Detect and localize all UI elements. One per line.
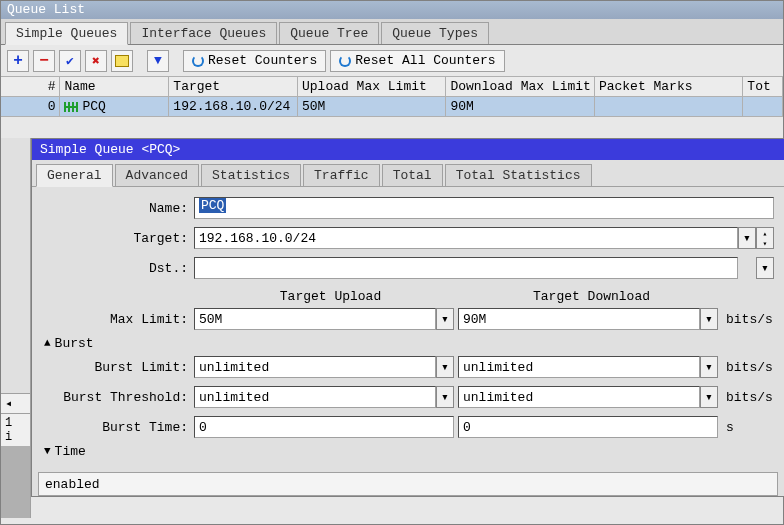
left-strip: ◂ 1 i (1, 138, 31, 518)
max-limit-upload-dropdown[interactable]: ▾ (436, 308, 454, 330)
target-dropdown[interactable]: ▾ (738, 227, 756, 249)
funnel-icon: ▼ (154, 53, 162, 68)
unit-bits-s: bits/s (722, 390, 774, 405)
note-icon (115, 55, 129, 67)
chevron-up-icon: ▴ (757, 228, 773, 238)
cell-download: 90M (446, 97, 594, 116)
target-updown[interactable]: ▴▾ (756, 227, 774, 249)
label-burst-threshold: Burst Threshold: (38, 390, 194, 405)
label-dst: Dst.: (38, 261, 194, 276)
tab-total[interactable]: Total (382, 164, 443, 186)
col-upload-max-limit[interactable]: Upload Max Limit (298, 77, 446, 96)
left-strip-b: 1 i (1, 413, 30, 446)
plus-icon: + (13, 52, 23, 70)
label-max-limit: Max Limit: (38, 312, 194, 327)
cell-name: PCQ (60, 97, 169, 116)
col-target[interactable]: Target (169, 77, 298, 96)
burst-limit-download-field[interactable] (458, 356, 700, 378)
col-packet-marks[interactable]: Packet Marks (595, 77, 743, 96)
label-burst-limit: Burst Limit: (38, 360, 194, 375)
status-bar: enabled (38, 472, 778, 496)
form-area: Name: PCQ Target: ▾ ▴▾ Dst.: ▾ Target Up… (32, 187, 784, 466)
table-row[interactable]: 0 PCQ 192.168.10.0/24 50M 90M (1, 97, 783, 116)
unit-bits-s: bits/s (722, 360, 774, 375)
burst-section-header[interactable]: ▲ Burst (38, 334, 774, 352)
tab-statistics[interactable]: Statistics (201, 164, 301, 186)
name-value: PCQ (199, 198, 226, 213)
tab-simple-queues[interactable]: Simple Queues (5, 22, 128, 45)
col-num[interactable]: # (1, 77, 60, 96)
hdr-target-download: Target Download (461, 289, 722, 304)
cell-name-text: PCQ (82, 99, 105, 114)
burst-time-download-field[interactable] (458, 416, 718, 438)
chevron-down-icon: ▾ (757, 238, 773, 248)
reset-counters-button[interactable]: Reset Counters (183, 50, 326, 72)
col-download-max-limit[interactable]: Download Max Limit (446, 77, 594, 96)
label-target: Target: (38, 231, 194, 246)
reset-all-counters-button[interactable]: Reset All Counters (330, 50, 504, 72)
grid-header: # Name Target Upload Max Limit Download … (1, 77, 783, 97)
dst-dropdown[interactable]: ▾ (756, 257, 774, 279)
chevron-down-icon: ▾ (761, 260, 769, 276)
x-icon: ✖ (92, 53, 100, 69)
tab-traffic[interactable]: Traffic (303, 164, 380, 186)
check-icon: ✔ (66, 53, 74, 69)
max-limit-download-field[interactable] (458, 308, 700, 330)
tab-queue-types[interactable]: Queue Types (381, 22, 489, 44)
label-name: Name: (38, 201, 194, 216)
left-strip-a[interactable]: ◂ (1, 393, 30, 413)
dialog-title: Simple Queue <PCQ> (32, 139, 784, 160)
unit-s: s (722, 420, 774, 435)
cell-packet-marks (595, 97, 743, 116)
queue-grid: # Name Target Upload Max Limit Download … (1, 77, 783, 117)
triangle-up-icon: ▲ (44, 337, 51, 349)
chevron-down-icon: ▾ (441, 359, 449, 375)
col-total[interactable]: Tot (743, 77, 783, 96)
max-limit-upload-field[interactable] (194, 308, 436, 330)
toolbar: + − ✔ ✖ ▼ Reset Counters Reset All Count… (1, 45, 783, 77)
status-text: enabled (45, 477, 100, 492)
max-limit-download-dropdown[interactable]: ▾ (700, 308, 718, 330)
filter-button[interactable]: ▼ (147, 50, 169, 72)
simple-queue-dialog: Simple Queue <PCQ> General Advanced Stat… (31, 138, 784, 497)
tab-interface-queues[interactable]: Interface Queues (130, 22, 277, 44)
cell-target: 192.168.10.0/24 (169, 97, 298, 116)
burst-time-upload-field[interactable] (194, 416, 454, 438)
dst-field[interactable] (194, 257, 738, 279)
cell-total (743, 97, 783, 116)
reset-all-counters-label: Reset All Counters (355, 53, 495, 68)
burst-threshold-upload-dropdown[interactable]: ▾ (436, 386, 454, 408)
chevron-down-icon: ▾ (705, 311, 713, 327)
chevron-down-icon: ▾ (441, 311, 449, 327)
cell-upload: 50M (298, 97, 446, 116)
tab-queue-tree[interactable]: Queue Tree (279, 22, 379, 44)
chevron-down-icon: ▾ (743, 230, 751, 246)
burst-limit-upload-dropdown[interactable]: ▾ (436, 356, 454, 378)
burst-limit-upload-field[interactable] (194, 356, 436, 378)
burst-threshold-download-field[interactable] (458, 386, 700, 408)
time-section-header[interactable]: ▼ Time (38, 442, 774, 460)
reset-counters-label: Reset Counters (208, 53, 317, 68)
target-field[interactable] (194, 227, 738, 249)
burst-threshold-download-dropdown[interactable]: ▾ (700, 386, 718, 408)
enable-button[interactable]: ✔ (59, 50, 81, 72)
burst-label: Burst (55, 336, 94, 351)
burst-limit-download-dropdown[interactable]: ▾ (700, 356, 718, 378)
burst-threshold-upload-field[interactable] (194, 386, 436, 408)
chevron-down-icon: ▾ (705, 359, 713, 375)
queue-icon (64, 102, 78, 112)
chevron-down-icon: ▾ (705, 389, 713, 405)
reset-icon (192, 55, 204, 67)
col-name[interactable]: Name (60, 77, 169, 96)
remove-button[interactable]: − (33, 50, 55, 72)
comment-button[interactable] (111, 50, 133, 72)
hdr-target-upload: Target Upload (200, 289, 461, 304)
name-field[interactable]: PCQ (194, 197, 774, 219)
unit-bits-s: bits/s (722, 312, 774, 327)
tab-general[interactable]: General (36, 164, 113, 187)
dialog-tabs: General Advanced Statistics Traffic Tota… (32, 160, 784, 187)
disable-button[interactable]: ✖ (85, 50, 107, 72)
tab-total-statistics[interactable]: Total Statistics (445, 164, 592, 186)
add-button[interactable]: + (7, 50, 29, 72)
tab-advanced[interactable]: Advanced (115, 164, 199, 186)
